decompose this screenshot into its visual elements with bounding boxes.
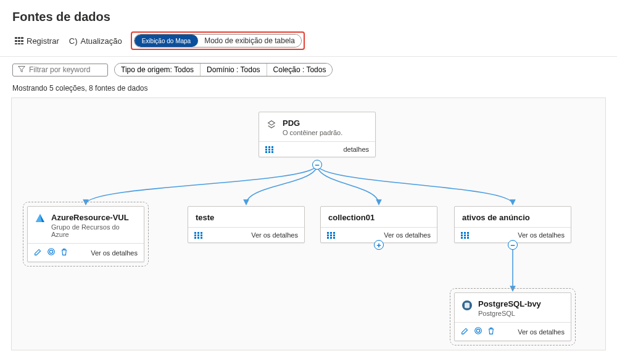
refresh-button[interactable]: C) Atualização xyxy=(67,35,125,47)
view-toggle: Exibição do Mapa Modo de exibição de tab… xyxy=(134,34,302,48)
grid-icon xyxy=(15,37,23,44)
scan-icon[interactable] xyxy=(474,326,482,337)
collapse-badge[interactable]: − xyxy=(312,160,322,170)
grid-icon[interactable] xyxy=(265,146,273,153)
svg-point-3 xyxy=(475,328,482,334)
keyword-input[interactable] xyxy=(29,65,102,74)
svg-point-4 xyxy=(476,329,479,332)
edit-icon[interactable] xyxy=(34,248,42,258)
node-title: ativos de anúncio xyxy=(462,213,530,222)
grid-icon[interactable] xyxy=(461,232,469,239)
node-title: AzureResource-VUL xyxy=(51,213,138,222)
node-title: PostgreSQL-bvy xyxy=(478,299,541,308)
node-title: teste xyxy=(196,213,214,222)
details-link[interactable]: Ver os detalhes xyxy=(384,231,431,239)
refresh-prefix: C) xyxy=(69,36,78,46)
postgres-icon xyxy=(461,299,473,312)
scan-icon[interactable] xyxy=(47,247,56,258)
filter-source-type[interactable]: Tipo de origem: Todos xyxy=(115,64,201,76)
register-label: Registrar xyxy=(27,36,59,46)
node-collection01[interactable]: collection01 Ver os detalhes xyxy=(320,206,437,243)
toolbar: Registrar C) Atualização Exibição do Map… xyxy=(0,31,617,57)
node-ativos[interactable]: ativos de anúncio Ver os detalhes xyxy=(454,206,571,243)
svg-point-0 xyxy=(48,249,55,255)
map-canvas[interactable]: PDG O contêiner padrão. detalhes − Azure… xyxy=(11,97,606,350)
node-teste[interactable]: teste Ver os detalhes xyxy=(188,206,305,243)
view-table-button[interactable]: Modo de exibição de tabela xyxy=(198,35,301,47)
details-link[interactable]: Ver os detalhes xyxy=(251,231,298,239)
details-link[interactable]: detalhes xyxy=(343,146,369,153)
delete-icon[interactable] xyxy=(487,327,495,337)
view-toggle-highlight: Exibição do Mapa Modo de exibição de tab… xyxy=(131,31,305,50)
node-pdg[interactable]: PDG O contêiner padrão. detalhes xyxy=(259,112,376,157)
grid-icon[interactable] xyxy=(327,232,335,239)
filter-row: Tipo de origem: Todos Domínio : Todos Co… xyxy=(0,57,617,80)
node-subtitle: PostgreSQL xyxy=(478,310,541,317)
edit-icon[interactable] xyxy=(461,327,469,337)
details-link[interactable]: Ver os detalhes xyxy=(518,231,565,239)
delete-icon[interactable] xyxy=(60,248,68,258)
keyword-filter[interactable] xyxy=(12,64,108,77)
node-azure-resource[interactable]: AzureResource-VUL Grupo de Recursos do A… xyxy=(27,206,144,262)
svg-point-1 xyxy=(49,250,52,253)
node-title: PDG xyxy=(283,118,342,128)
collapse-badge[interactable]: − xyxy=(508,240,518,250)
register-button[interactable]: Registrar xyxy=(12,35,62,47)
node-subtitle: O contêiner padrão. xyxy=(283,129,342,136)
node-postgres[interactable]: PostgreSQL-bvy PostgreSQL Ver os detalhe… xyxy=(454,292,571,341)
view-map-button[interactable]: Exibição do Mapa xyxy=(135,35,199,47)
azure-icon xyxy=(34,213,46,225)
filter-icon xyxy=(18,65,25,75)
expand-badge[interactable]: + xyxy=(374,240,384,250)
node-title: collection01 xyxy=(328,213,375,222)
details-link[interactable]: Ver os detalhes xyxy=(91,249,138,257)
grid-icon[interactable] xyxy=(194,232,202,239)
result-summary: Mostrando 5 coleções, 8 fontes de dados xyxy=(0,80,617,97)
page-title: Fontes de dados xyxy=(0,0,617,31)
filter-domain[interactable]: Domínio : Todos xyxy=(201,64,267,76)
node-subtitle: Grupo de Recursos do Azure xyxy=(51,223,138,238)
details-link[interactable]: Ver os detalhes xyxy=(518,328,565,336)
filter-pills: Tipo de origem: Todos Domínio : Todos Co… xyxy=(114,63,333,77)
refresh-label: Atualização xyxy=(80,36,122,46)
container-icon xyxy=(265,118,278,131)
filter-collection[interactable]: Coleção : Todos xyxy=(267,64,333,76)
